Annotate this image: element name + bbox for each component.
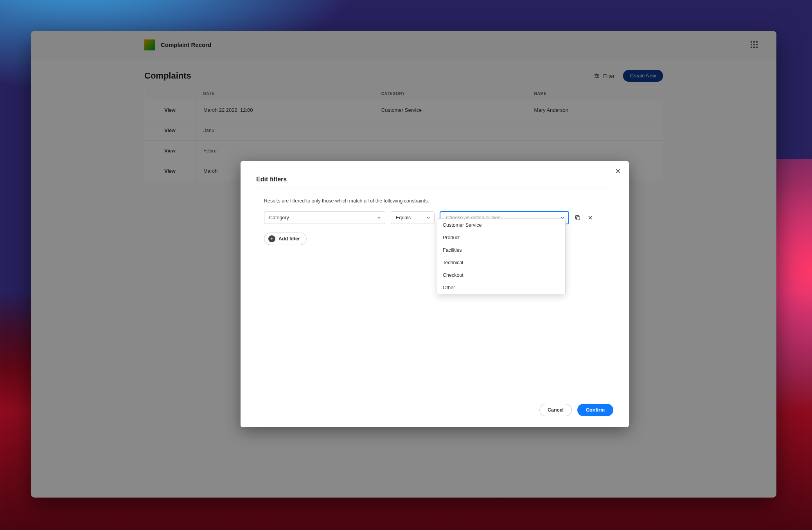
svg-rect-8 [577,217,580,220]
field-select[interactable]: Category [264,211,385,224]
modal-title: Edit filters [256,176,613,183]
value-option[interactable]: Customer Service [437,219,565,231]
chevron-down-icon [426,215,431,220]
close-icon [615,168,621,174]
add-filter-label: Add filter [278,236,300,242]
operator-select-value: Equals [396,215,411,220]
value-option[interactable]: Facilities [437,244,565,256]
add-filter-button[interactable]: Add filter [264,233,307,245]
operator-select[interactable]: Equals [391,211,435,224]
value-option[interactable]: Product [437,231,565,244]
value-option[interactable]: Other [437,281,565,294]
remove-filter-button[interactable] [587,214,594,221]
modal-hint: Results are filtered to only those which… [264,198,613,204]
chevron-down-icon [376,215,382,220]
modal-body: Results are filtered to only those which… [241,188,629,396]
value-options-dropdown: Customer Service Product Facilities Tech… [437,218,566,294]
app-window: Complaint Record Complaints [31,31,776,498]
confirm-button[interactable]: Confirm [577,404,613,416]
cancel-button[interactable]: Cancel [539,404,572,416]
close-button[interactable] [613,167,623,176]
modal-footer: Cancel Confirm [241,396,629,427]
filter-row-actions [574,214,594,221]
edit-filters-modal: Edit filters Results are filtered to onl… [241,161,629,427]
value-option[interactable]: Technical [437,256,565,269]
copy-icon [574,214,581,221]
duplicate-filter-button[interactable] [574,214,581,221]
field-select-value: Category [269,215,289,220]
value-option[interactable]: Checkout [437,269,565,281]
close-icon [587,214,594,221]
plus-circle-icon [268,235,275,242]
